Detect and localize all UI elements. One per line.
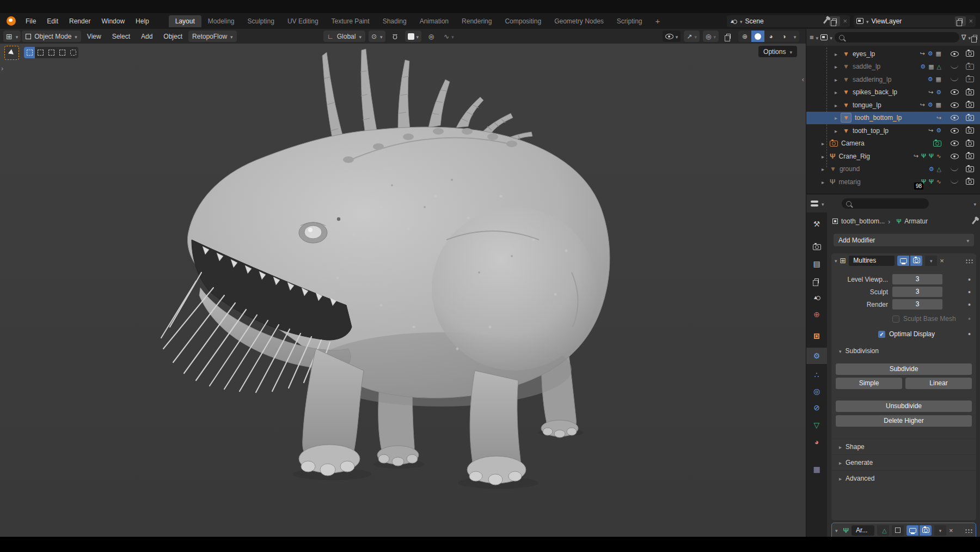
- object-name[interactable]: saddle_lp: [853, 63, 880, 70]
- object-name[interactable]: tooth_bottom_lp: [855, 114, 902, 122]
- tab-texture[interactable]: ▦: [806, 461, 827, 477]
- view-layer-selector[interactable]: ViewLayer: [854, 15, 976, 27]
- chevron-down-icon[interactable]: [822, 200, 824, 208]
- object-name[interactable]: ground: [840, 165, 860, 173]
- hide-eye-toggle[interactable]: [951, 77, 958, 81]
- menu-select[interactable]: Select: [107, 33, 135, 40]
- hide-eye-toggle[interactable]: [951, 180, 958, 184]
- falloff-selector[interactable]: ∿: [441, 31, 457, 42]
- render-camera-toggle[interactable]: [966, 64, 974, 70]
- tab-object-data[interactable]: ▽: [806, 417, 827, 433]
- mode-selector[interactable]: Object Mode: [22, 31, 81, 42]
- outliner-row-tooth-top[interactable]: tooth_top_lp: [806, 124, 980, 137]
- filter-icon[interactable]: [961, 33, 966, 41]
- scene-name[interactable]: Scene: [745, 17, 823, 25]
- menu-object[interactable]: Object: [158, 33, 187, 40]
- outliner-row-tongue[interactable]: tongue_lp: [806, 99, 980, 111]
- menu-file[interactable]: File: [20, 17, 41, 25]
- hide-eye-toggle[interactable]: [951, 51, 959, 57]
- tab-modeling[interactable]: Modeling: [201, 15, 241, 27]
- blender-logo-icon[interactable]: [7, 16, 16, 26]
- object-name[interactable]: Crane_Rig: [839, 153, 870, 160]
- tab-animation[interactable]: Animation: [413, 15, 455, 27]
- sculpt-base-mesh-checkbox[interactable]: [892, 316, 899, 323]
- unlink-scene-button[interactable]: [843, 17, 847, 25]
- outliner-row-eyes[interactable]: eyes_lp: [806, 47, 980, 60]
- vertex-group-toggle[interactable]: [877, 525, 889, 536]
- outliner-row-saddle[interactable]: saddle_lp: [806, 60, 980, 73]
- chevron-down-icon[interactable]: [816, 34, 819, 41]
- hide-eye-toggle[interactable]: [951, 102, 959, 108]
- render-camera-toggle[interactable]: [966, 128, 974, 134]
- scene-browse-chevron[interactable]: [740, 17, 743, 25]
- hide-eye-toggle[interactable]: [951, 154, 959, 159]
- view-layer-browse-chevron[interactable]: [866, 17, 869, 25]
- show-render-toggle[interactable]: [910, 256, 922, 266]
- transform-orientation-selector[interactable]: ∟ Global: [323, 31, 365, 42]
- render-camera-toggle[interactable]: [966, 115, 974, 121]
- extras-chevron[interactable]: [934, 525, 946, 536]
- overlays-selector[interactable]: ◎: [703, 31, 719, 42]
- remove-view-layer-button[interactable]: [969, 17, 973, 25]
- expand-arrow-icon[interactable]: [835, 114, 837, 122]
- tab-texture-paint[interactable]: Texture Paint: [325, 15, 376, 27]
- animate-dot[interactable]: [968, 275, 971, 284]
- tab-uv-editing[interactable]: UV Editing: [281, 15, 325, 27]
- tab-compositing[interactable]: Compositing: [498, 15, 548, 27]
- show-render-toggle[interactable]: [920, 525, 932, 536]
- collapse-chevron[interactable]: [835, 257, 837, 264]
- render-camera-toggle[interactable]: [966, 76, 974, 82]
- shading-wireframe-button[interactable]: ⊕: [738, 31, 751, 42]
- proportional-editing-toggle[interactable]: ◎: [425, 31, 438, 42]
- object-name[interactable]: tongue_lp: [853, 101, 881, 109]
- optimal-display-checkbox[interactable]: [878, 331, 885, 338]
- select-mode-extend[interactable]: [35, 47, 46, 58]
- tab-view-layer[interactable]: [806, 272, 827, 289]
- render-camera-toggle[interactable]: [966, 166, 974, 172]
- shape-subpanel-header[interactable]: Shape: [831, 439, 976, 454]
- expand-arrow-icon[interactable]: [822, 139, 824, 147]
- select-mode-intersect[interactable]: [68, 47, 78, 58]
- expand-arrow-icon[interactable]: [835, 88, 837, 96]
- menu-add[interactable]: Add: [136, 33, 157, 40]
- unsubdivide-button[interactable]: Unsubdivide: [836, 401, 972, 412]
- object-name[interactable]: Camera: [841, 139, 865, 147]
- animate-dot[interactable]: [968, 330, 971, 338]
- editor-type-selector[interactable]: [3, 31, 21, 42]
- tab-object[interactable]: [806, 328, 827, 344]
- new-collection-icon[interactable]: [973, 35, 977, 40]
- pin-icon[interactable]: [972, 219, 977, 225]
- animate-dot[interactable]: [968, 300, 971, 309]
- menu-edit[interactable]: Edit: [41, 17, 64, 25]
- show-viewport-toggle[interactable]: [906, 525, 918, 536]
- tab-render[interactable]: [806, 239, 827, 255]
- toolbar-expand-arrow[interactable]: ›: [1, 64, 3, 72]
- add-modifier-dropdown[interactable]: Add Modifier: [834, 234, 974, 246]
- viewport-3d[interactable]: Options › ‹: [0, 44, 806, 537]
- outliner-search-input[interactable]: [835, 32, 959, 43]
- tab-shading[interactable]: Shading: [376, 15, 413, 27]
- outliner-row-spikes[interactable]: spikes_back_lp: [806, 86, 980, 99]
- edit-mode-toggle[interactable]: [892, 525, 904, 536]
- object-name[interactable]: tooth_top_lp: [853, 127, 889, 135]
- add-workspace-button[interactable]: +: [649, 14, 667, 28]
- outliner-row-crane-rig[interactable]: Crane_Rig: [806, 150, 980, 162]
- retopoflow-menu[interactable]: RetopoFlow: [188, 31, 237, 42]
- creature-model[interactable]: [0, 44, 806, 537]
- expand-arrow-icon[interactable]: [835, 50, 837, 58]
- select-mode-invert[interactable]: [57, 47, 68, 58]
- tab-scene[interactable]: [806, 289, 827, 306]
- remove-modifier-button[interactable]: [940, 257, 944, 265]
- delete-higher-button[interactable]: Delete Higher: [836, 415, 972, 427]
- expand-arrow-icon[interactable]: [835, 76, 837, 83]
- extras-chevron[interactable]: [925, 256, 937, 266]
- animate-dot[interactable]: [968, 288, 971, 296]
- active-tool-select-box[interactable]: [4, 46, 19, 60]
- sidebar-expand-arrow[interactable]: ‹: [802, 75, 804, 83]
- linear-button[interactable]: Linear: [905, 378, 972, 389]
- properties-editor-icon[interactable]: [811, 201, 818, 207]
- expand-arrow-icon[interactable]: [835, 127, 837, 135]
- gizmos-selector[interactable]: ↗: [684, 31, 700, 42]
- pivot-point-selector[interactable]: ⊙: [369, 31, 385, 42]
- new-scene-button[interactable]: [829, 16, 840, 26]
